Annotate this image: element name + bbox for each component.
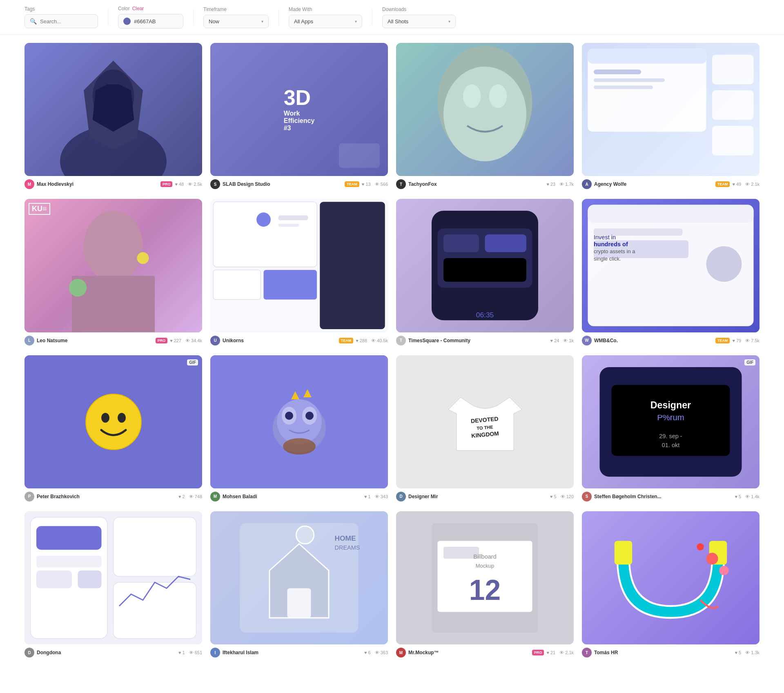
heart-icon: ♥ [178,494,181,499]
shot-thumbnail[interactable] [582,43,760,176]
shot-card[interactable]: T TachyonFox ♥ 23 👁 1.7k [396,43,574,191]
shot-thumbnail[interactable] [24,43,202,176]
shot-card[interactable]: KU≡ L Leo Natsume PRO ♥ 227 👁 34.4k [24,199,202,347]
svg-point-46 [277,399,322,444]
eye-icon: 👁 [185,338,190,343]
shot-meta: T TimesSquare - Community ♥ 24 👁 1k [396,332,574,347]
shot-meta: T TachyonFox ♥ 23 👁 1.7k [396,176,574,191]
shot-card[interactable]: Invest inhundreds ofcrypto assets in asi… [582,199,760,347]
svg-point-43 [101,413,109,423]
svg-text:29. sep -: 29. sep - [659,433,682,439]
downloads-dropdown[interactable]: All Shots ▾ [382,15,456,28]
likes-count: 21 [550,650,555,655]
shot-thumbnail[interactable]: KU≡ [24,199,202,332]
shot-thumbnail[interactable] [582,511,760,644]
tags-input-wrapper[interactable]: 🔍 [24,14,98,28]
color-clear-link[interactable]: Clear [132,6,144,11]
views-count: 2.1k [751,182,760,187]
eye-icon: 👁 [745,182,750,187]
shot-card[interactable]: DesignerP%rum29. sep -01. okt GIF S Stef… [582,355,760,503]
shot-card[interactable]: HOMEDREAMS I Iftekharul Islam ♥ 6 👁 363 [210,511,388,659]
author-avatar: A [582,179,592,189]
likes-count: 227 [174,338,181,343]
gif-badge: GIF [744,359,755,365]
likes-count: 5 [739,494,741,499]
shot-card[interactable]: U Unikorns TEAM ♥ 288 👁 40.5k [210,199,388,347]
svg-point-19 [137,252,149,264]
author-badge: TEAM [715,181,730,187]
shot-card[interactable]: M Mohsen Baladi ♥ 1 👁 343 [210,355,388,503]
shot-thumbnail[interactable] [210,199,388,332]
filter-bar: Tags 🔍 Color Clear #6667AB Timeframe Now… [0,0,784,35]
shot-thumbnail[interactable]: DEVOTEDTO THEKINGDOM [396,355,574,488]
shot-stats: ♥ 6 👁 363 [364,650,388,655]
timeframe-dropdown[interactable]: Now ▾ [203,15,269,28]
shot-card[interactable]: 12BillboardMockup M Mr.Mockup™ PRO ♥ 21 … [396,511,574,659]
views-count: 1.4k [751,494,760,499]
views-stat: 👁 566 [375,182,388,187]
heart-icon: ♥ [362,182,365,187]
shot-thumbnail[interactable]: HOMEDREAMS [210,511,388,644]
shot-meta: M Mr.Mockup™ PRO ♥ 21 👁 2.1k [396,644,574,659]
eye-icon: 👁 [745,338,750,343]
likes-stat: ♥ 1 [364,494,371,499]
author-avatar: D [24,648,34,657]
author-name: Peter Brazhkovich [37,494,176,499]
svg-rect-15 [594,85,653,89]
views-count: 1k [569,338,574,343]
eye-icon: 👁 [563,338,568,343]
eye-icon: 👁 [559,650,564,655]
author-name: Leo Natsume [37,338,153,343]
shot-stats: ♥ 2 👁 748 [178,494,202,499]
shot-thumbnail[interactable]: 06:35 [396,199,574,332]
author-name: Max Hodlevskyi [37,181,158,187]
author-badge: TEAM [339,338,354,343]
eye-icon: 👁 [375,494,379,499]
author-name: Unikorns [223,338,336,343]
views-count: 1.7k [565,182,574,187]
svg-rect-25 [278,216,308,221]
tags-label: Tags [24,6,98,12]
shot-thumbnail[interactable]: DesignerP%rum29. sep -01. okt GIF [582,355,760,488]
shot-thumbnail[interactable]: 3DWorkEfficiency#3 [210,43,388,176]
shot-card[interactable]: DEVOTEDTO THEKINGDOM D Designer Mir ♥ 5 … [396,355,574,503]
shot-thumbnail[interactable]: Invest inhundreds ofcrypto assets in asi… [582,199,760,332]
shot-card[interactable]: D Dongdona ♥ 1 👁 651 [24,511,202,659]
heart-icon: ♥ [735,650,738,655]
shot-thumbnail[interactable]: GIF [24,355,202,488]
views-count: 566 [381,182,388,187]
author-badge: PRO [160,181,173,187]
svg-point-6 [463,85,481,108]
shot-thumbnail[interactable] [24,511,202,644]
eye-icon: 👁 [371,338,376,343]
svg-point-50 [305,412,314,420]
madewith-dropdown[interactable]: All Apps ▾ [289,15,362,28]
svg-text:single click.: single click. [594,256,621,262]
svg-point-41 [706,246,742,282]
shot-card[interactable]: GIF P Peter Brazhkovich ♥ 2 👁 748 [24,355,202,503]
shot-card[interactable]: M Max Hodlevskyi PRO ♥ 48 👁 2.5k [24,43,202,191]
shot-card[interactable]: 3DWorkEfficiency#3 S SLAB Design Studio … [210,43,388,191]
likes-stat: ♥ 79 [732,338,741,343]
author-avatar: M [24,179,34,189]
views-count: 363 [381,650,388,655]
timeframe-label: Timeframe [203,7,269,12]
shot-thumbnail[interactable] [210,355,388,488]
shot-card[interactable]: A Agency Wolfe TEAM ♥ 49 👁 2.1k [582,43,760,191]
views-count: 34.4k [191,338,202,343]
shot-thumbnail[interactable] [396,43,574,176]
shot-stats: ♥ 5 👁 120 [550,494,574,499]
shot-stats: ♥ 48 👁 2.5k [175,182,202,187]
shot-meta: S Steffen Bøgeholm Christen... ♥ 5 👁 1.4… [582,488,760,503]
color-select[interactable]: #6667AB [118,14,183,29]
downloads-chevron-icon: ▾ [448,19,450,24]
heart-icon: ♥ [732,338,735,343]
shot-thumbnail[interactable]: 12BillboardMockup [396,511,574,644]
eye-icon: 👁 [375,182,379,187]
shot-card[interactable]: 06:35 T TimesSquare - Community ♥ 24 👁 1… [396,199,574,347]
author-name: Designer Mir [408,494,548,499]
tags-input[interactable] [40,18,97,25]
shot-stats: ♥ 227 👁 34.4k [170,338,202,343]
shot-card[interactable]: T Tomás HR ♥ 5 👁 1.3k [582,511,760,659]
views-stat: 👁 2.1k [745,182,760,187]
